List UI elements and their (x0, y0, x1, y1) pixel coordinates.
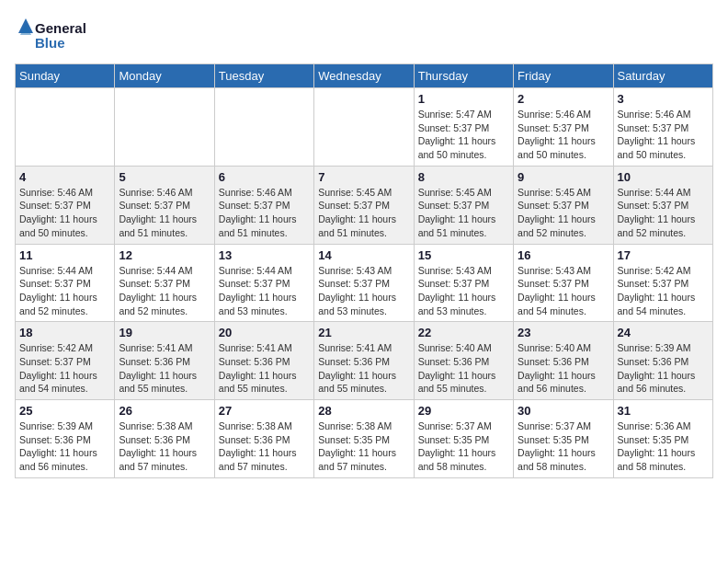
day-info: Sunrise: 5:45 AM Sunset: 5:37 PM Dayligh… (518, 186, 609, 240)
day-info: Sunrise: 5:45 AM Sunset: 5:37 PM Dayligh… (418, 186, 509, 240)
day-info: Sunrise: 5:38 AM Sunset: 5:36 PM Dayligh… (119, 419, 210, 474)
day-info: Sunrise: 5:46 AM Sunset: 5:37 PM Dayligh… (119, 186, 210, 240)
calendar-day-11: 11Sunrise: 5:44 AM Sunset: 5:37 PM Dayli… (16, 244, 115, 322)
weekday-header-sunday: Sunday (16, 64, 115, 88)
day-number: 26 (119, 404, 210, 418)
day-number: 21 (318, 326, 409, 339)
calendar-day-30: 30Sunrise: 5:37 AM Sunset: 5:35 PM Dayli… (514, 400, 613, 478)
calendar-day-29: 29Sunrise: 5:37 AM Sunset: 5:35 PM Dayli… (414, 400, 513, 478)
day-number: 17 (618, 248, 709, 262)
day-number: 10 (618, 170, 709, 184)
day-number: 8 (418, 170, 509, 184)
day-info: Sunrise: 5:41 AM Sunset: 5:36 PM Dayligh… (219, 341, 310, 396)
day-info: Sunrise: 5:44 AM Sunset: 5:37 PM Dayligh… (119, 264, 210, 318)
day-number: 19 (119, 326, 210, 339)
day-number: 18 (19, 326, 110, 339)
calendar-week-row: 1Sunrise: 5:47 AM Sunset: 5:37 PM Daylig… (16, 88, 713, 167)
calendar-day-3: 3Sunrise: 5:46 AM Sunset: 5:37 PM Daylig… (613, 88, 712, 167)
day-number: 3 (618, 92, 709, 106)
calendar-day-9: 9Sunrise: 5:45 AM Sunset: 5:37 PM Daylig… (514, 166, 613, 244)
calendar-day-5: 5Sunrise: 5:46 AM Sunset: 5:37 PM Daylig… (115, 166, 214, 244)
day-info: Sunrise: 5:46 AM Sunset: 5:37 PM Dayligh… (618, 108, 709, 162)
day-info: Sunrise: 5:37 AM Sunset: 5:35 PM Dayligh… (418, 419, 509, 474)
page-header: General Blue (15, 15, 713, 56)
calendar-empty-cell (16, 88, 115, 167)
calendar-empty-cell (115, 88, 214, 167)
calendar-day-23: 23Sunrise: 5:40 AM Sunset: 5:36 PM Dayli… (514, 322, 613, 400)
day-number: 11 (19, 248, 110, 262)
day-number: 30 (518, 404, 609, 418)
day-number: 5 (119, 170, 210, 184)
day-number: 20 (219, 326, 310, 339)
day-info: Sunrise: 5:41 AM Sunset: 5:36 PM Dayligh… (119, 341, 210, 396)
calendar-day-16: 16Sunrise: 5:43 AM Sunset: 5:37 PM Dayli… (514, 244, 613, 322)
calendar-day-2: 2Sunrise: 5:46 AM Sunset: 5:37 PM Daylig… (514, 88, 613, 167)
day-number: 13 (219, 248, 310, 262)
day-number: 24 (618, 326, 709, 339)
calendar-day-26: 26Sunrise: 5:38 AM Sunset: 5:36 PM Dayli… (115, 400, 214, 478)
calendar-day-24: 24Sunrise: 5:39 AM Sunset: 5:36 PM Dayli… (613, 322, 712, 400)
calendar-week-row: 25Sunrise: 5:39 AM Sunset: 5:36 PM Dayli… (16, 400, 713, 478)
day-info: Sunrise: 5:46 AM Sunset: 5:37 PM Dayligh… (518, 108, 609, 162)
calendar-day-8: 8Sunrise: 5:45 AM Sunset: 5:37 PM Daylig… (414, 166, 513, 244)
day-info: Sunrise: 5:44 AM Sunset: 5:37 PM Dayligh… (219, 264, 310, 318)
day-info: Sunrise: 5:46 AM Sunset: 5:37 PM Dayligh… (19, 186, 110, 240)
svg-text:Blue: Blue (35, 35, 65, 51)
calendar-table: SundayMondayTuesdayWednesdayThursdayFrid… (15, 63, 713, 478)
day-number: 27 (219, 404, 310, 418)
day-number: 6 (219, 170, 310, 184)
day-number: 23 (518, 326, 609, 339)
day-number: 22 (418, 326, 509, 339)
day-number: 28 (318, 404, 409, 418)
weekday-header-monday: Monday (115, 64, 214, 88)
day-info: Sunrise: 5:45 AM Sunset: 5:37 PM Dayligh… (318, 186, 409, 240)
calendar-header-row: SundayMondayTuesdayWednesdayThursdayFrid… (16, 64, 713, 88)
weekday-header-saturday: Saturday (613, 64, 712, 88)
day-info: Sunrise: 5:40 AM Sunset: 5:36 PM Dayligh… (518, 341, 609, 396)
calendar-day-14: 14Sunrise: 5:43 AM Sunset: 5:37 PM Dayli… (314, 244, 414, 322)
day-number: 12 (119, 248, 210, 262)
day-info: Sunrise: 5:46 AM Sunset: 5:37 PM Dayligh… (219, 186, 310, 240)
calendar-day-15: 15Sunrise: 5:43 AM Sunset: 5:37 PM Dayli… (414, 244, 513, 322)
day-number: 15 (418, 248, 509, 262)
calendar-day-28: 28Sunrise: 5:38 AM Sunset: 5:35 PM Dayli… (314, 400, 414, 478)
calendar-empty-cell (214, 88, 313, 167)
calendar-day-19: 19Sunrise: 5:41 AM Sunset: 5:36 PM Dayli… (115, 322, 214, 400)
day-info: Sunrise: 5:39 AM Sunset: 5:36 PM Dayligh… (618, 341, 709, 396)
weekday-header-thursday: Thursday (414, 64, 513, 88)
calendar-day-25: 25Sunrise: 5:39 AM Sunset: 5:36 PM Dayli… (16, 400, 115, 478)
calendar-day-22: 22Sunrise: 5:40 AM Sunset: 5:36 PM Dayli… (414, 322, 513, 400)
weekday-header-tuesday: Tuesday (214, 64, 313, 88)
calendar-day-18: 18Sunrise: 5:42 AM Sunset: 5:37 PM Dayli… (16, 322, 115, 400)
weekday-header-wednesday: Wednesday (314, 64, 414, 88)
calendar-day-12: 12Sunrise: 5:44 AM Sunset: 5:37 PM Dayli… (115, 244, 214, 322)
day-number: 2 (518, 92, 609, 106)
day-info: Sunrise: 5:37 AM Sunset: 5:35 PM Dayligh… (518, 419, 609, 474)
day-number: 16 (518, 248, 609, 262)
day-info: Sunrise: 5:44 AM Sunset: 5:37 PM Dayligh… (618, 186, 709, 240)
calendar-day-27: 27Sunrise: 5:38 AM Sunset: 5:36 PM Dayli… (214, 400, 313, 478)
svg-text:General: General (35, 20, 86, 36)
day-info: Sunrise: 5:42 AM Sunset: 5:37 PM Dayligh… (618, 264, 709, 318)
calendar-day-20: 20Sunrise: 5:41 AM Sunset: 5:36 PM Dayli… (214, 322, 313, 400)
logo: General Blue (15, 15, 97, 56)
day-info: Sunrise: 5:41 AM Sunset: 5:36 PM Dayligh… (318, 341, 409, 396)
calendar-day-4: 4Sunrise: 5:46 AM Sunset: 5:37 PM Daylig… (16, 166, 115, 244)
day-number: 1 (418, 92, 509, 106)
calendar-week-row: 11Sunrise: 5:44 AM Sunset: 5:37 PM Dayli… (16, 244, 713, 322)
calendar-day-6: 6Sunrise: 5:46 AM Sunset: 5:37 PM Daylig… (214, 166, 313, 244)
day-info: Sunrise: 5:43 AM Sunset: 5:37 PM Dayligh… (318, 264, 409, 318)
day-info: Sunrise: 5:38 AM Sunset: 5:36 PM Dayligh… (219, 419, 310, 474)
day-number: 14 (318, 248, 409, 262)
logo-svg: General Blue (15, 15, 97, 56)
day-info: Sunrise: 5:43 AM Sunset: 5:37 PM Dayligh… (518, 264, 609, 318)
day-number: 25 (19, 404, 110, 418)
day-info: Sunrise: 5:39 AM Sunset: 5:36 PM Dayligh… (19, 419, 110, 474)
day-number: 9 (518, 170, 609, 184)
day-info: Sunrise: 5:40 AM Sunset: 5:36 PM Dayligh… (418, 341, 509, 396)
day-info: Sunrise: 5:44 AM Sunset: 5:37 PM Dayligh… (19, 264, 110, 318)
calendar-day-13: 13Sunrise: 5:44 AM Sunset: 5:37 PM Dayli… (214, 244, 313, 322)
calendar-day-1: 1Sunrise: 5:47 AM Sunset: 5:37 PM Daylig… (414, 88, 513, 167)
calendar-day-17: 17Sunrise: 5:42 AM Sunset: 5:37 PM Dayli… (613, 244, 712, 322)
day-number: 31 (618, 404, 709, 418)
